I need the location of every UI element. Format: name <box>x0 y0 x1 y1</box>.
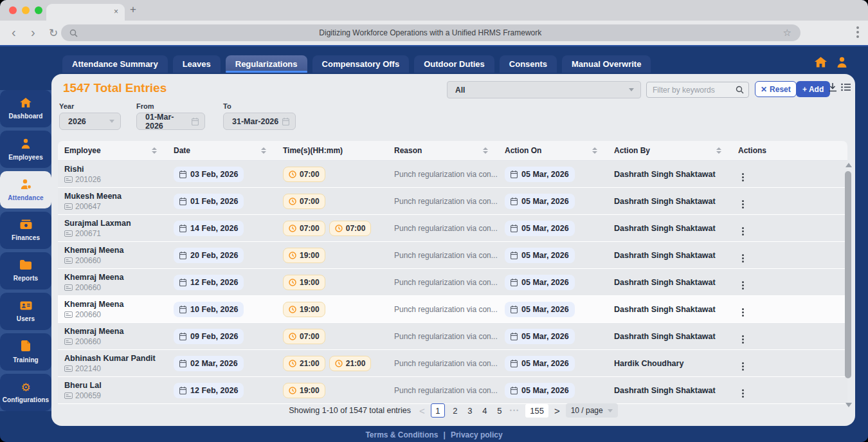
from-date-input[interactable]: 01-Mar-2026 <box>136 113 205 130</box>
maximize-window-button[interactable] <box>35 6 42 14</box>
browser-menu-icon[interactable] <box>856 26 859 38</box>
category-filter-select[interactable]: All <box>447 81 641 98</box>
table-row[interactable]: Mukesh Meena 200647 01 Feb, 2026 07:00 P… <box>58 188 847 215</box>
table-row[interactable]: Abhinash Kumar Pandit 202140 02 Mar, 202… <box>58 350 847 377</box>
row-menu-icon[interactable] <box>741 388 745 399</box>
reload-button[interactable]: ↻ <box>49 26 58 41</box>
table-row[interactable]: Surajmal Laxman 200671 14 Feb, 2026 07:0… <box>58 215 847 242</box>
reason-cell: Punch regularization via con... <box>388 359 498 368</box>
user-icon[interactable] <box>836 57 847 70</box>
id-badge-icon <box>64 311 73 318</box>
prev-page-button[interactable]: < <box>419 405 425 416</box>
sidebar-item-employees[interactable]: Employees <box>0 131 51 168</box>
page-button-3[interactable]: 3 <box>466 406 475 416</box>
tab-close-icon[interactable]: × <box>114 7 118 16</box>
browser-tab[interactable]: × <box>46 4 125 21</box>
actions-cell <box>732 355 847 372</box>
tab-compensatory-offs[interactable]: Compensatory Offs <box>312 55 410 73</box>
add-button[interactable]: + Add <box>796 81 830 97</box>
page-button-4[interactable]: 4 <box>480 406 489 416</box>
home-icon[interactable] <box>815 57 827 70</box>
keyword-search-input[interactable]: Filter by keywords <box>646 82 749 98</box>
tab-outdoor-duties[interactable]: Outdoor Duties <box>414 55 494 73</box>
year-select[interactable]: 2026 <box>59 113 121 130</box>
action-by-cell: Dashrath Singh Shaktawat <box>608 224 732 233</box>
action-by-cell: Dashrath Singh Shaktawat <box>608 278 732 287</box>
employee-id: 200660 <box>64 310 167 319</box>
sidebar-item-configurations[interactable]: ⚙ Configurations <box>0 374 51 411</box>
table-row[interactable]: Khemraj Meena 200660 09 Feb, 2026 07:00 … <box>58 323 847 350</box>
list-view-icon[interactable] <box>841 83 851 91</box>
table-row[interactable]: Khemraj Meena 200660 10 Feb, 2026 19:00 … <box>58 296 847 323</box>
sidebar-item-finances[interactable]: Finances <box>0 212 51 249</box>
times-cell: 07:00 <box>276 329 388 344</box>
calendar-icon <box>192 118 199 125</box>
date-badge: 12 Feb, 2026 <box>174 383 244 398</box>
chevron-down-icon <box>629 88 634 91</box>
column-header-times: Time(s)(HH:mm) <box>276 146 388 155</box>
new-tab-button[interactable]: + <box>130 3 136 16</box>
bookmark-star-icon[interactable]: ☆ <box>783 27 791 39</box>
page-button-2[interactable]: 2 <box>451 406 460 416</box>
minimize-window-button[interactable] <box>22 6 30 14</box>
table-row[interactable]: Bheru Lal 200659 12 Feb, 2026 19:00 Punc… <box>58 377 847 404</box>
sidebar-item-dashboard[interactable]: Dashboard <box>0 90 51 127</box>
to-date-input[interactable]: 31-Mar-2026 <box>223 113 296 130</box>
time-badge: 07:00 <box>283 329 325 344</box>
forward-button[interactable]: › <box>31 25 35 39</box>
row-menu-icon[interactable] <box>741 307 745 318</box>
close-window-button[interactable] <box>9 6 17 14</box>
row-menu-icon[interactable] <box>741 199 745 210</box>
home-icon <box>20 98 32 110</box>
column-header-action-by[interactable]: Action By <box>608 146 732 155</box>
vertical-scrollbar[interactable] <box>845 163 851 407</box>
scroll-up-arrow[interactable] <box>845 163 852 167</box>
tab-leaves[interactable]: Leaves <box>173 55 221 73</box>
row-menu-icon[interactable] <box>741 226 745 237</box>
page-size-select[interactable]: 10 / page <box>566 403 618 418</box>
row-menu-icon[interactable] <box>741 172 745 183</box>
tab-attendance-summary[interactable]: Attendance Summary <box>62 55 168 73</box>
tab-consents[interactable]: Consents <box>500 55 557 73</box>
sidebar-item-attendance[interactable]: Attendance <box>0 171 51 208</box>
tab-regularizations[interactable]: Regularizations <box>226 55 307 73</box>
sidebar-item-users[interactable]: Users <box>0 293 51 330</box>
sort-icon[interactable] <box>152 147 157 154</box>
back-button[interactable]: ‹ <box>12 25 16 39</box>
id-badge-icon <box>64 392 73 399</box>
sort-icon[interactable] <box>261 147 266 154</box>
sort-icon[interactable] <box>592 147 597 154</box>
table-row[interactable]: Khemraj Meena 200660 12 Feb, 2026 19:00 … <box>58 269 847 296</box>
reset-button[interactable]: ✕ Reset <box>755 81 797 97</box>
address-bar[interactable]: Digitizing Workforce Operations with a U… <box>61 24 800 41</box>
privacy-link[interactable]: Privacy policy <box>451 430 503 439</box>
column-header-employee[interactable]: Employee <box>58 146 167 155</box>
calendar-icon <box>179 306 186 313</box>
row-menu-icon[interactable] <box>741 334 745 345</box>
page-button-last[interactable]: 155 <box>525 404 548 418</box>
action-on-badge: 05 Mar, 2026 <box>505 302 575 317</box>
sidebar-item-training[interactable]: Training <box>0 333 51 371</box>
time-badge: 19:00 <box>283 302 325 317</box>
table-row[interactable]: Khemraj Meena 200660 20 Feb, 2026 19:00 … <box>58 242 847 269</box>
column-header-date[interactable]: Date <box>167 146 276 155</box>
row-menu-icon[interactable] <box>741 280 745 291</box>
page-button-1[interactable]: 1 <box>431 403 445 418</box>
action-on-cell: 05 Mar, 2026 <box>498 356 608 371</box>
action-on-cell: 05 Mar, 2026 <box>498 275 608 290</box>
table-row[interactable]: Rishi 201026 03 Feb, 2026 07:00 Punch re… <box>58 161 847 188</box>
column-header-reason[interactable]: Reason <box>388 146 498 155</box>
sort-icon[interactable] <box>483 147 488 154</box>
sort-icon[interactable] <box>716 147 721 154</box>
download-icon[interactable] <box>828 83 837 92</box>
row-menu-icon[interactable] <box>741 361 745 372</box>
employee-id: 200660 <box>64 256 167 265</box>
sidebar-item-reports[interactable]: Reports <box>0 252 51 290</box>
page-button-5[interactable]: 5 <box>495 406 504 416</box>
row-menu-icon[interactable] <box>741 253 745 264</box>
next-page-button[interactable]: > <box>554 405 560 416</box>
column-header-action-on[interactable]: Action On <box>498 146 608 155</box>
tab-manual-overwrite[interactable]: Manual Overwrite <box>562 55 651 73</box>
scrollbar-thumb[interactable] <box>845 171 851 378</box>
terms-link[interactable]: Terms & Conditions <box>365 430 438 439</box>
